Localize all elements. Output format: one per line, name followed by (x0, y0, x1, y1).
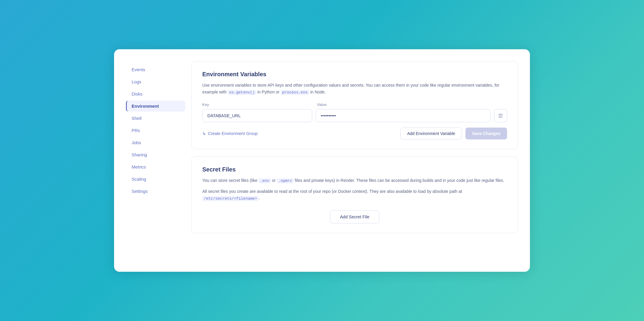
env-card-title: Environment Variables (202, 71, 507, 78)
sidebar-item-jobs[interactable]: Jobs (126, 137, 185, 148)
secret-desc-5: . (258, 196, 260, 201)
env-actions-row: ↳ Create Environment Group Add Environme… (202, 128, 507, 139)
secret-desc-2: or (271, 178, 277, 183)
sidebar-item-events[interactable]: Events (126, 64, 185, 75)
secret-code-2: .npmrc (277, 178, 294, 183)
sidebar-item-settings[interactable]: Settings (126, 186, 185, 197)
sidebar-item-metrics[interactable]: Metrics (126, 161, 185, 172)
secret-files-description-2: All secret files you create are availabl… (202, 188, 507, 202)
secret-code-3: /etc/secrets/<filename> (202, 196, 258, 201)
sidebar: Events Logs Disks Environment Shell PRs … (126, 61, 191, 260)
env-variables-card: Environment Variables Use environment va… (191, 61, 518, 149)
secret-desc-3: files and private keys) in Render. These… (294, 178, 504, 183)
create-group-link[interactable]: ↳ Create Environment Group (202, 131, 258, 136)
add-env-variable-button[interactable]: Add Environment Variable (400, 128, 462, 139)
sidebar-item-environment[interactable]: Environment (126, 101, 185, 112)
sidebar-item-logs[interactable]: Logs (126, 76, 185, 87)
env-desc-text-2: in Python or (256, 90, 281, 94)
secret-files-card: Secret Files You can store secret files … (191, 156, 518, 233)
sidebar-item-disks[interactable]: Disks (126, 88, 185, 99)
env-action-buttons: Add Environment Variable Save Changes (400, 128, 507, 139)
env-code-2: process.env (281, 90, 309, 95)
main-card: Events Logs Disks Environment Shell PRs … (114, 49, 530, 272)
secret-files-title: Secret Files (202, 166, 507, 173)
arrow-icon: ↳ (202, 131, 206, 136)
secret-desc-4: All secret files you create are availabl… (202, 189, 462, 194)
env-desc-text-3: in Node. (309, 90, 326, 94)
env-key-input[interactable] (202, 109, 312, 122)
value-label: Value (317, 102, 507, 107)
sidebar-item-shell[interactable]: Shell (126, 113, 185, 124)
env-value-input[interactable] (316, 109, 490, 122)
save-changes-button[interactable]: Save Changes (465, 128, 507, 139)
key-label: Key (202, 102, 312, 107)
sidebar-item-prs[interactable]: PRs (126, 125, 185, 136)
delete-env-button[interactable] (494, 109, 507, 122)
sidebar-item-sharing[interactable]: Sharing (126, 149, 185, 160)
env-input-row (202, 109, 507, 122)
env-code-1: os.getenv() (228, 90, 256, 95)
add-secret-file-button[interactable]: Add Secret File (330, 210, 379, 223)
create-group-label: Create Environment Group (208, 131, 258, 136)
env-field-labels: Key Value (202, 102, 507, 107)
main-content: Environment Variables Use environment va… (191, 61, 518, 260)
trash-icon (498, 113, 503, 118)
env-card-description: Use environment variables to store API k… (202, 82, 507, 96)
secret-code-1: .env (258, 178, 271, 183)
add-secret-btn-wrapper: Add Secret File (202, 210, 507, 223)
sidebar-item-scaling[interactable]: Scaling (126, 174, 185, 185)
secret-desc-1: You can store secret files (like (202, 178, 258, 183)
secret-files-description-1: You can store secret files (like .env or… (202, 177, 507, 184)
